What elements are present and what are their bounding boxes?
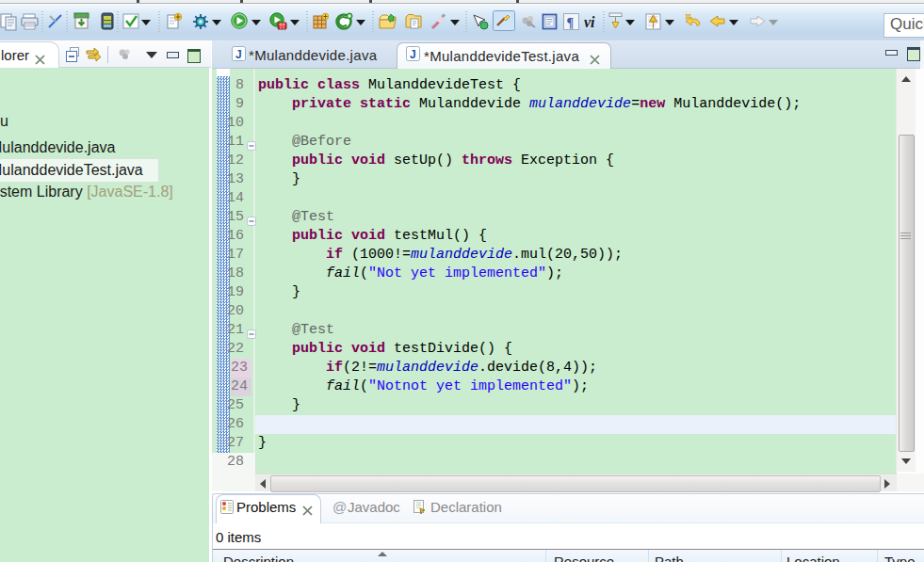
svg-text:J: J	[235, 48, 242, 61]
svg-text:vi: vi	[584, 14, 595, 30]
svg-text:J: J	[410, 48, 416, 61]
svg-text:¶: ¶	[567, 16, 575, 30]
